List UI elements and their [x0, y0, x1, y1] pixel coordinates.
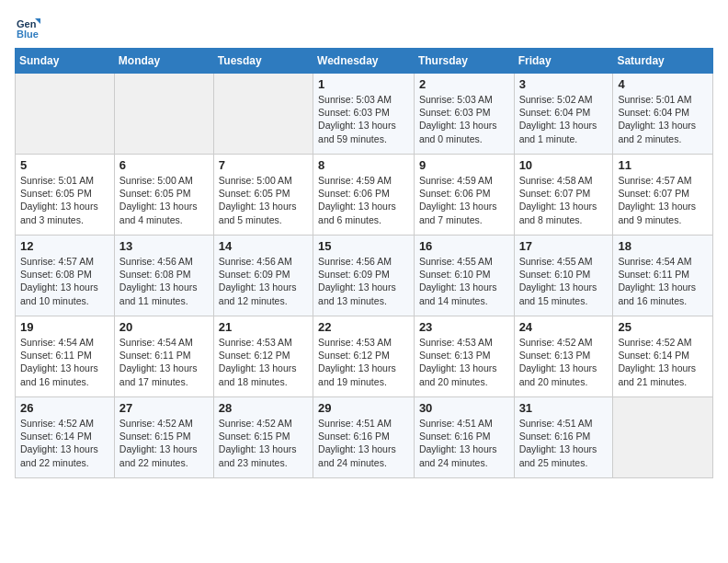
day-number: 18: [618, 239, 708, 253]
svg-text:Blue: Blue: [17, 29, 39, 40]
day-number: 27: [119, 401, 209, 415]
calendar-cell: 10Sunrise: 4:58 AMSunset: 6:07 PMDayligh…: [514, 155, 613, 236]
weekday-label: Monday: [114, 49, 213, 74]
day-info: Sunrise: 4:55 AMSunset: 6:10 PMDaylight:…: [519, 255, 609, 307]
day-info: Sunrise: 4:57 AMSunset: 6:08 PMDaylight:…: [20, 255, 109, 307]
day-info: Sunrise: 4:59 AMSunset: 6:06 PMDaylight:…: [318, 174, 409, 226]
calendar-cell: 1Sunrise: 5:03 AMSunset: 6:03 PMDaylight…: [313, 74, 415, 155]
day-number: 19: [20, 320, 109, 334]
calendar-cell: 7Sunrise: 5:00 AMSunset: 6:05 PMDaylight…: [213, 155, 313, 236]
day-info: Sunrise: 4:51 AMSunset: 6:16 PMDaylight:…: [519, 417, 609, 469]
calendar-cell: 14Sunrise: 4:56 AMSunset: 6:09 PMDayligh…: [213, 236, 313, 316]
calendar-cell: 28Sunrise: 4:52 AMSunset: 6:15 PMDayligh…: [213, 397, 313, 478]
day-info: Sunrise: 5:03 AMSunset: 6:03 PMDaylight:…: [318, 93, 409, 145]
day-info: Sunrise: 4:52 AMSunset: 6:15 PMDaylight:…: [219, 417, 308, 469]
calendar-cell: 15Sunrise: 4:56 AMSunset: 6:09 PMDayligh…: [313, 236, 415, 316]
calendar-cell: 9Sunrise: 4:59 AMSunset: 6:06 PMDaylight…: [414, 155, 514, 236]
day-info: Sunrise: 4:52 AMSunset: 6:13 PMDaylight:…: [519, 336, 609, 388]
weekday-label: Saturday: [613, 49, 713, 74]
calendar-cell: 24Sunrise: 4:52 AMSunset: 6:13 PMDayligh…: [514, 316, 613, 397]
day-info: Sunrise: 4:52 AMSunset: 6:14 PMDaylight:…: [20, 417, 109, 469]
calendar-cell: 29Sunrise: 4:51 AMSunset: 6:16 PMDayligh…: [313, 397, 415, 478]
day-info: Sunrise: 4:54 AMSunset: 6:11 PMDaylight:…: [20, 336, 109, 388]
weekday-label: Friday: [514, 49, 613, 74]
day-number: 22: [318, 320, 409, 334]
calendar-cell: 11Sunrise: 4:57 AMSunset: 6:07 PMDayligh…: [613, 155, 713, 236]
calendar-cell: [213, 74, 313, 155]
calendar-week-row: 26Sunrise: 4:52 AMSunset: 6:14 PMDayligh…: [16, 397, 713, 478]
day-info: Sunrise: 4:53 AMSunset: 6:12 PMDaylight:…: [219, 336, 308, 388]
calendar-cell: 30Sunrise: 4:51 AMSunset: 6:16 PMDayligh…: [414, 397, 514, 478]
weekday-label: Tuesday: [213, 49, 313, 74]
calendar-cell: 13Sunrise: 4:56 AMSunset: 6:08 PMDayligh…: [114, 236, 213, 316]
weekday-header-row: SundayMondayTuesdayWednesdayThursdayFrid…: [16, 49, 713, 74]
calendar-cell: 21Sunrise: 4:53 AMSunset: 6:12 PMDayligh…: [213, 316, 313, 397]
day-number: 17: [519, 239, 609, 253]
day-info: Sunrise: 4:58 AMSunset: 6:07 PMDaylight:…: [519, 174, 609, 226]
day-info: Sunrise: 5:00 AMSunset: 6:05 PMDaylight:…: [219, 174, 308, 226]
calendar-cell: [114, 74, 213, 155]
day-number: 13: [119, 239, 209, 253]
day-number: 16: [419, 239, 509, 253]
day-number: 9: [419, 158, 509, 172]
calendar-cell: 26Sunrise: 4:52 AMSunset: 6:14 PMDayligh…: [16, 397, 115, 478]
day-info: Sunrise: 4:54 AMSunset: 6:11 PMDaylight:…: [618, 255, 708, 307]
calendar-week-row: 19Sunrise: 4:54 AMSunset: 6:11 PMDayligh…: [16, 316, 713, 397]
calendar-cell: 22Sunrise: 4:53 AMSunset: 6:12 PMDayligh…: [313, 316, 415, 397]
day-info: Sunrise: 4:53 AMSunset: 6:13 PMDaylight:…: [419, 336, 509, 388]
calendar-cell: 5Sunrise: 5:01 AMSunset: 6:05 PMDaylight…: [16, 155, 115, 236]
calendar-cell: 23Sunrise: 4:53 AMSunset: 6:13 PMDayligh…: [414, 316, 514, 397]
day-number: 20: [119, 320, 209, 334]
calendar-cell: 12Sunrise: 4:57 AMSunset: 6:08 PMDayligh…: [16, 236, 115, 316]
day-number: 21: [219, 320, 308, 334]
day-info: Sunrise: 5:00 AMSunset: 6:05 PMDaylight:…: [119, 174, 209, 226]
day-number: 25: [618, 320, 708, 334]
day-number: 29: [318, 401, 409, 415]
calendar-week-row: 5Sunrise: 5:01 AMSunset: 6:05 PMDaylight…: [16, 155, 713, 236]
calendar-cell: 2Sunrise: 5:03 AMSunset: 6:03 PMDaylight…: [414, 74, 514, 155]
day-info: Sunrise: 4:57 AMSunset: 6:07 PMDaylight:…: [618, 174, 708, 226]
day-info: Sunrise: 4:54 AMSunset: 6:11 PMDaylight:…: [119, 336, 209, 388]
day-info: Sunrise: 5:01 AMSunset: 6:05 PMDaylight:…: [20, 174, 109, 226]
day-info: Sunrise: 4:56 AMSunset: 6:08 PMDaylight:…: [119, 255, 209, 307]
day-number: 14: [219, 239, 308, 253]
day-number: 7: [219, 158, 308, 172]
day-info: Sunrise: 4:56 AMSunset: 6:09 PMDaylight:…: [219, 255, 308, 307]
day-number: 8: [318, 158, 409, 172]
day-number: 12: [20, 239, 109, 253]
day-info: Sunrise: 4:56 AMSunset: 6:09 PMDaylight:…: [318, 255, 409, 307]
day-info: Sunrise: 4:51 AMSunset: 6:16 PMDaylight:…: [419, 417, 509, 469]
day-number: 28: [219, 401, 308, 415]
day-number: 26: [20, 401, 109, 415]
calendar-cell: 6Sunrise: 5:00 AMSunset: 6:05 PMDaylight…: [114, 155, 213, 236]
day-info: Sunrise: 4:52 AMSunset: 6:14 PMDaylight:…: [618, 336, 708, 388]
calendar-cell: 3Sunrise: 5:02 AMSunset: 6:04 PMDaylight…: [514, 74, 613, 155]
calendar-cell: 20Sunrise: 4:54 AMSunset: 6:11 PMDayligh…: [114, 316, 213, 397]
calendar-body: 1Sunrise: 5:03 AMSunset: 6:03 PMDaylight…: [16, 74, 713, 478]
day-info: Sunrise: 5:02 AMSunset: 6:04 PMDaylight:…: [519, 93, 609, 145]
day-number: 3: [519, 77, 609, 91]
day-number: 30: [419, 401, 509, 415]
day-number: 2: [419, 77, 509, 91]
day-number: 1: [318, 77, 409, 91]
day-info: Sunrise: 5:01 AMSunset: 6:04 PMDaylight:…: [618, 93, 708, 145]
weekday-label: Wednesday: [313, 49, 415, 74]
weekday-label: Sunday: [16, 49, 115, 74]
day-number: 11: [618, 158, 708, 172]
calendar-cell: 25Sunrise: 4:52 AMSunset: 6:14 PMDayligh…: [613, 316, 713, 397]
page-header: Gen Blue: [15, 15, 713, 40]
day-number: 6: [119, 158, 209, 172]
calendar-cell: 17Sunrise: 4:55 AMSunset: 6:10 PMDayligh…: [514, 236, 613, 316]
calendar-cell: 31Sunrise: 4:51 AMSunset: 6:16 PMDayligh…: [514, 397, 613, 478]
calendar-week-row: 12Sunrise: 4:57 AMSunset: 6:08 PMDayligh…: [16, 236, 713, 316]
day-number: 4: [618, 77, 708, 91]
day-number: 31: [519, 401, 609, 415]
day-info: Sunrise: 4:53 AMSunset: 6:12 PMDaylight:…: [318, 336, 409, 388]
calendar-cell: 8Sunrise: 4:59 AMSunset: 6:06 PMDaylight…: [313, 155, 415, 236]
calendar-week-row: 1Sunrise: 5:03 AMSunset: 6:03 PMDaylight…: [16, 74, 713, 155]
day-number: 5: [20, 158, 109, 172]
logo-icon: Gen Blue: [15, 15, 40, 40]
calendar-cell: 18Sunrise: 4:54 AMSunset: 6:11 PMDayligh…: [613, 236, 713, 316]
logo: Gen Blue: [15, 15, 44, 40]
calendar-cell: [16, 74, 115, 155]
